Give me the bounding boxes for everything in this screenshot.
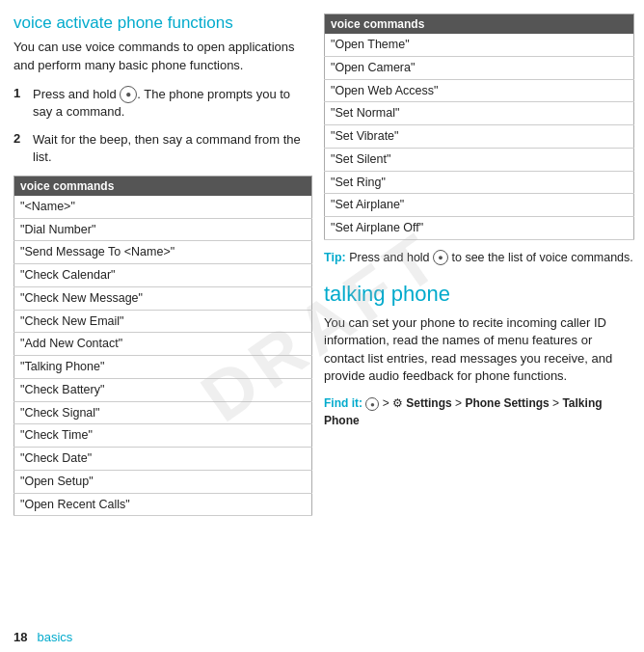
right-table-header: voice commands: [325, 14, 634, 35]
tip-label: Tip:: [324, 251, 346, 264]
tip-block: Tip: Press and hold ● to see the list of…: [324, 250, 634, 267]
table-row: "<Name>": [14, 196, 312, 218]
table-row: "Set Normal": [325, 102, 634, 125]
find-it-settings-text: Settings: [406, 396, 451, 410]
row-set-airplane-off: "Set Airplane Off": [325, 217, 634, 240]
step-2-number: 2: [13, 131, 27, 146]
tip-text-content: Press and hold ● to see the list of voic…: [349, 251, 633, 264]
table-row: "Open Camera": [325, 56, 634, 79]
left-table-header: voice commands: [14, 176, 312, 196]
find-it-arrow1: >: [455, 396, 465, 410]
step-1-row: 1 Press and hold ●. The phone prompts yo…: [13, 86, 312, 122]
table-row: "Set Airplane": [325, 194, 634, 217]
row-check-cal: "Check Calendar": [14, 264, 312, 287]
table-row: "Open Theme": [325, 34, 634, 56]
row-check-signal: "Check Signal": [14, 401, 312, 424]
find-it-arrow2: >: [552, 396, 562, 410]
page-section-label: basics: [37, 630, 72, 644]
find-it-phone-settings: Phone Settings: [465, 396, 549, 410]
table-row: "Open Recent Calls": [14, 493, 312, 516]
left-table-header-row: voice commands: [14, 176, 312, 196]
tip-mic-icon: ●: [433, 250, 448, 265]
table-row: "Check New Message": [14, 286, 312, 310]
row-open-recent: "Open Recent Calls": [14, 493, 312, 516]
table-row: "Add New Contact": [14, 333, 312, 356]
right-table-header-row: voice commands: [325, 14, 634, 35]
table-row: "Check Battery": [14, 378, 312, 401]
table-row: "Check Time": [14, 424, 312, 448]
find-it-settings-icon: ⚙: [392, 396, 403, 410]
row-open-web: "Open Web Access": [325, 79, 634, 102]
menu-icon: ●: [365, 397, 379, 411]
step-1-number: 1: [13, 86, 27, 100]
table-row: "Set Silent": [325, 148, 634, 171]
row-open-setup: "Open Setup": [14, 470, 312, 493]
row-open-camera: "Open Camera": [325, 56, 634, 79]
find-it-block: Find it: ● > ⚙ Settings > Phone Settings…: [324, 394, 634, 429]
page-number: 18: [13, 630, 27, 644]
table-row: "Check Calendar": [14, 264, 312, 287]
row-check-battery: "Check Battery": [14, 378, 312, 401]
page-container: voice activate phone functions You can u…: [0, 0, 644, 652]
table-row: "Set Airplane Off": [325, 217, 634, 240]
row-open-theme: "Open Theme": [325, 34, 634, 56]
table-row: "Check New Email": [14, 310, 312, 333]
row-talking-phone: "Talking Phone": [14, 356, 312, 379]
left-column: voice activate phone functions You can u…: [13, 14, 312, 642]
row-check-date: "Check Date": [14, 448, 312, 471]
row-set-normal: "Set Normal": [325, 102, 634, 125]
step-2-text: Wait for the beep, then say a command fr…: [33, 131, 312, 166]
row-check-email: "Check New Email": [14, 310, 312, 333]
left-section-intro: You can use voice commands to open appli…: [13, 39, 312, 73]
row-add-contact: "Add New Contact": [14, 333, 312, 356]
table-row: "Set Ring": [325, 171, 634, 194]
talking-phone-title: talking phone: [324, 282, 634, 307]
row-send: "Send Message To <Name>": [14, 241, 312, 264]
bottom-bar: 18 basics: [13, 630, 72, 644]
table-row: "Check Signal": [14, 401, 312, 424]
table-row: "Dial Number": [14, 218, 312, 241]
row-check-msg: "Check New Message": [14, 286, 312, 310]
step-1-text: Press and hold ●. The phone prompts you …: [33, 86, 312, 122]
table-row: "Set Vibrate": [325, 125, 634, 149]
right-column: voice commands "Open Theme" "Open Camera…: [324, 14, 634, 642]
row-name: "<Name>": [14, 196, 312, 218]
table-row: "Check Date": [14, 448, 312, 471]
row-set-ring: "Set Ring": [325, 171, 634, 194]
row-check-time: "Check Time": [14, 424, 312, 448]
table-row: "Talking Phone": [14, 356, 312, 379]
row-set-airplane: "Set Airplane": [325, 194, 634, 217]
row-set-silent: "Set Silent": [325, 148, 634, 171]
row-dial: "Dial Number": [14, 218, 312, 241]
step-2-row: 2 Wait for the beep, then say a command …: [13, 131, 312, 166]
find-it-path: >: [383, 396, 392, 410]
table-row: "Open Setup": [14, 470, 312, 493]
left-voice-table: voice commands "<Name>" "Dial Number" "S…: [13, 176, 312, 517]
table-row: "Open Web Access": [325, 79, 634, 102]
table-row: "Send Message To <Name>": [14, 241, 312, 264]
mic-icon: ●: [120, 86, 137, 103]
right-voice-table: voice commands "Open Theme" "Open Camera…: [324, 14, 634, 240]
left-section-title: voice activate phone functions: [13, 14, 312, 33]
row-set-vibrate: "Set Vibrate": [325, 125, 634, 149]
find-it-label: Find it:: [324, 396, 362, 410]
talking-phone-intro: You can set your phone to recite incomin…: [324, 314, 634, 385]
